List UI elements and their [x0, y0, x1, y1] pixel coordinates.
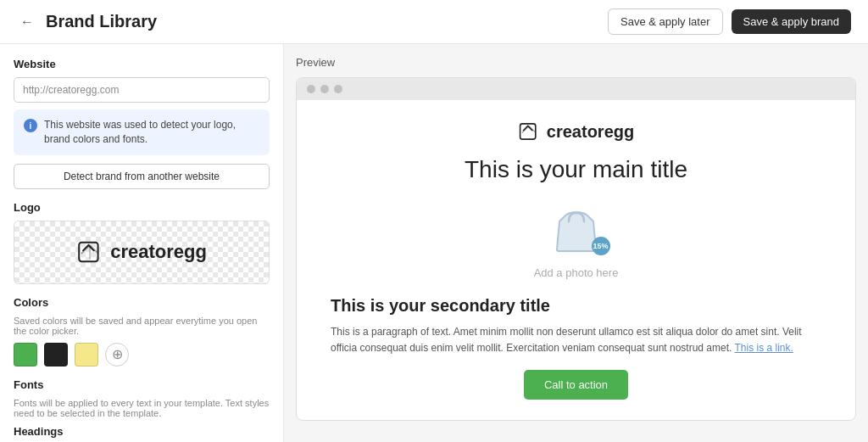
cta-area: Call to action [331, 370, 821, 400]
fonts-subtitle: Fonts will be applied to every text in y… [14, 398, 270, 418]
add-photo-text: Add a photo here [534, 266, 619, 279]
logo-display: creatoregg [76, 238, 207, 266]
main-layout: Website i This website was used to detec… [0, 44, 868, 442]
headings-label: Headings [14, 425, 270, 438]
colors-section-title: Colors [14, 296, 270, 309]
info-text: This website was used to detect your log… [44, 118, 259, 147]
info-box: i This website was used to detect your l… [14, 109, 270, 155]
browser-dot-1 [307, 85, 315, 93]
browser-dot-3 [334, 85, 342, 93]
preview-logo: creatoregg [518, 120, 634, 143]
preview-logo-text: creatoregg [547, 122, 634, 142]
header-right: Save & apply later Save & apply brand [608, 8, 851, 35]
preview-paragraph: This is a paragraph of text. Amet minim … [331, 324, 821, 356]
fonts-section-title: Fonts [14, 378, 270, 391]
colors-subtitle: Saved colors will be saved and appear ev… [14, 316, 270, 336]
add-color-button[interactable]: ⊕ [105, 343, 129, 366]
color-swatches: ⊕ [14, 343, 270, 366]
creatoregg-logo-icon [76, 238, 103, 266]
color-swatch-black[interactable] [44, 343, 68, 366]
color-swatch-green[interactable] [14, 343, 37, 366]
browser-mock: creatoregg This is your main title 15% A… [296, 77, 856, 421]
preview-main-title: This is your main title [331, 156, 821, 183]
cta-button[interactable]: Call to action [524, 370, 628, 400]
preview-logo-icon [518, 120, 540, 143]
preview-secondary-title: This is your secondary title [331, 296, 821, 316]
preview-image-area: 15% Add a photo here [331, 200, 821, 279]
preview-link[interactable]: This is a link. [734, 342, 793, 354]
detect-brand-button[interactable]: Detect brand from another website [14, 164, 270, 189]
website-section-title: Website [14, 58, 270, 70]
website-input[interactable] [14, 77, 270, 103]
header: ← Brand Library Save & apply later Save … [0, 0, 868, 44]
browser-content: creatoregg This is your main title 15% A… [297, 100, 855, 420]
page-title: Brand Library [46, 12, 157, 31]
preview-label: Preview [296, 56, 856, 69]
color-swatch-yellow[interactable] [75, 343, 98, 366]
header-left: ← Brand Library [17, 12, 157, 32]
sidebar: Website i This website was used to detec… [0, 44, 284, 442]
shopping-bag-icon: 15% [547, 200, 606, 260]
logo-text: creatoregg [110, 241, 207, 263]
preview-panel: Preview creatoregg [284, 44, 868, 442]
browser-bar [297, 78, 855, 100]
save-apply-button[interactable]: Save & apply brand [732, 9, 851, 34]
logo-section-title: Logo [14, 201, 270, 214]
browser-dot-2 [320, 85, 329, 93]
badge-15: 15% [592, 237, 610, 255]
logo-container: creatoregg [14, 221, 270, 284]
save-later-button[interactable]: Save & apply later [608, 8, 723, 35]
back-button[interactable]: ← [17, 12, 37, 32]
preview-logo-area: creatoregg [331, 120, 821, 143]
info-icon: i [24, 119, 37, 132]
